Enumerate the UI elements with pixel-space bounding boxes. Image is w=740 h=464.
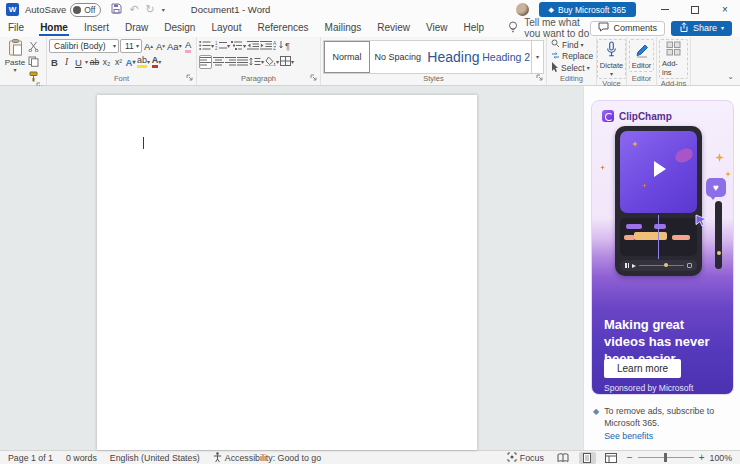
print-layout-button[interactable] (579, 452, 596, 464)
tab-review[interactable]: Review (369, 20, 418, 36)
zoom-out-button[interactable]: − (627, 452, 633, 463)
word-count[interactable]: 0 words (66, 453, 97, 463)
tab-insert[interactable]: Insert (76, 20, 117, 36)
focus-mode-button[interactable]: Focus (507, 452, 544, 464)
font-family-select[interactable]: Calibri (Body)▾ (49, 39, 119, 53)
share-button[interactable]: Share ▾ (671, 21, 732, 36)
tab-home[interactable]: Home (32, 20, 76, 36)
editor-group-label: Editor (629, 74, 654, 85)
decrease-indent-button[interactable] (247, 39, 259, 53)
strikethrough-button[interactable]: ab (89, 55, 100, 69)
ad-card[interactable]: ClipChamp (591, 100, 734, 395)
subscript-button[interactable]: x₂ (101, 55, 112, 69)
align-left-button[interactable] (199, 55, 212, 69)
zoom-slider[interactable] (638, 457, 694, 458)
see-benefits-link[interactable]: See benefits (604, 431, 653, 443)
shrink-font-button[interactable]: A▾ (155, 39, 166, 53)
autosave-toggle[interactable]: Off (70, 3, 101, 17)
redo-icon[interactable]: ↻ (146, 3, 155, 16)
language-indicator[interactable]: English (United States) (110, 453, 200, 463)
justify-icon (237, 57, 248, 68)
tab-mailings[interactable]: Mailings (317, 20, 370, 36)
tab-help[interactable]: Help (456, 20, 493, 36)
select-button[interactable]: Select▾ (549, 62, 594, 74)
cut-button[interactable] (28, 40, 39, 54)
numbered-list-icon: 12 (215, 41, 227, 52)
accessibility-status[interactable]: Accessibility: Good to go (213, 452, 321, 464)
lightbulb-icon (508, 21, 518, 35)
buy-microsoft365-button[interactable]: ◆ Buy Microsoft 365 (539, 2, 636, 17)
copy-button[interactable] (28, 55, 39, 69)
highlight-color-button[interactable]: ab▾ (137, 55, 150, 69)
addins-button[interactable]: Add-ins (659, 39, 688, 79)
save-icon[interactable] (111, 3, 122, 16)
style-heading1[interactable]: Heading (426, 41, 482, 73)
numbering-button[interactable]: 12▾ (215, 39, 230, 53)
tab-layout[interactable]: Layout (203, 20, 249, 36)
paragraph-dialog-launcher[interactable] (310, 74, 317, 83)
zoom-in-button[interactable]: + (699, 452, 705, 463)
group-clipboard: Paste ▾ (0, 37, 47, 85)
justify-button[interactable] (237, 55, 248, 69)
tab-design[interactable]: Design (156, 20, 203, 36)
ribbon-tab-row: File Home Insert Draw Design Layout Refe… (0, 19, 740, 37)
dictate-button[interactable]: Dictate ▾ (597, 39, 626, 79)
tell-me-box[interactable]: Tell me what you want to do (508, 17, 590, 39)
sparkle-icon (600, 165, 605, 170)
tab-view[interactable]: View (418, 20, 456, 36)
page-indicator[interactable]: Page 1 of 1 (8, 453, 53, 463)
find-button[interactable]: Find▾ (549, 39, 594, 51)
sort-button[interactable]: AZ (273, 39, 284, 53)
learn-more-button[interactable]: Learn more (604, 359, 681, 378)
superscript-button[interactable]: x² (113, 55, 124, 69)
zoom-level[interactable]: 100% (710, 453, 733, 463)
chevron-down-icon[interactable]: ▾ (85, 59, 88, 65)
read-mode-button[interactable] (555, 452, 572, 464)
font-size-select[interactable]: 11▾ (120, 39, 142, 53)
styles-gallery-more-button[interactable]: ▾ (531, 41, 543, 73)
progress-thumb (664, 263, 668, 267)
collapse-ribbon-chevron-icon[interactable]: ⌄ (727, 72, 734, 81)
change-case-button[interactable]: Aa▾ (167, 39, 182, 53)
undo-icon[interactable]: ↶ (129, 3, 138, 16)
web-layout-button[interactable] (603, 452, 620, 464)
bullets-button[interactable]: ▾ (199, 39, 214, 53)
zoom-slider-thumb[interactable] (664, 453, 667, 462)
multilevel-list-icon (231, 41, 243, 52)
borders-button[interactable]: ▾ (280, 55, 294, 69)
editor-button[interactable]: Editor (629, 39, 655, 72)
bold-button[interactable]: B (49, 55, 60, 69)
italic-button[interactable]: I (61, 55, 72, 69)
shading-button[interactable]: ▾ (265, 55, 279, 69)
styles-dialog-launcher[interactable] (536, 74, 543, 83)
align-right-icon (225, 57, 236, 68)
text-effects-button[interactable]: A▾ (125, 55, 136, 69)
increase-indent-button[interactable] (260, 39, 272, 53)
style-normal[interactable]: Normal (324, 41, 370, 73)
paste-button[interactable]: Paste ▾ (2, 39, 28, 84)
customize-toolbar-chevron-icon[interactable]: ▾ (162, 7, 165, 13)
style-no-spacing[interactable]: No Spacing (370, 41, 426, 73)
style-heading2[interactable]: Heading 2 (481, 41, 531, 73)
comments-button[interactable]: Comments (590, 21, 665, 36)
document-page[interactable] (97, 95, 477, 450)
underline-button[interactable]: U (73, 55, 84, 69)
line-spacing-button[interactable]: ▾ (249, 55, 264, 69)
tab-file[interactable]: File (0, 20, 32, 36)
chevron-down-icon: ▾ (610, 71, 613, 77)
minimize-button[interactable] (650, 0, 680, 19)
font-color-button[interactable]: A▾ (151, 55, 162, 69)
tab-draw[interactable]: Draw (117, 20, 156, 36)
tab-references[interactable]: References (249, 20, 316, 36)
grow-font-button[interactable]: A▴ (143, 39, 154, 53)
align-right-button[interactable] (225, 55, 236, 69)
replace-button[interactable]: Replace (549, 51, 594, 63)
clear-formatting-button[interactable]: A (183, 39, 194, 53)
close-button[interactable]: × (710, 0, 740, 19)
font-dialog-launcher[interactable] (186, 74, 193, 83)
align-center-button[interactable] (213, 55, 224, 69)
avatar[interactable] (516, 3, 529, 16)
show-formatting-button[interactable]: ¶ (285, 39, 290, 53)
multilevel-list-button[interactable]: ▾ (231, 39, 246, 53)
maximize-button[interactable] (680, 0, 710, 19)
